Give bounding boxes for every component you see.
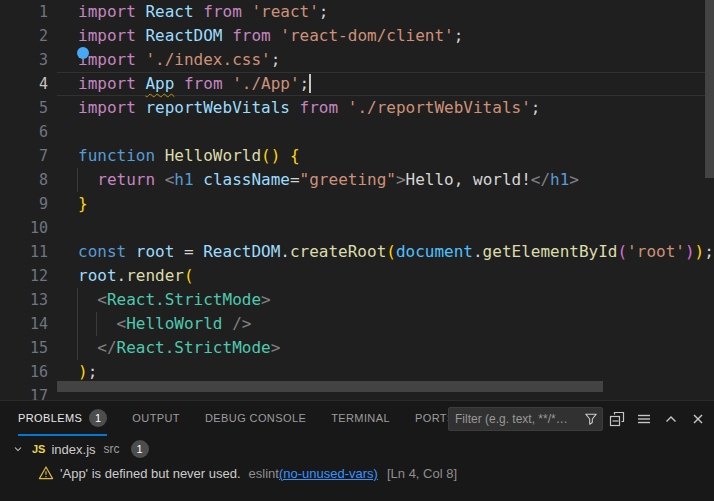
code-line[interactable]: import './index.css';	[78, 48, 714, 72]
touch-cursor-dot	[77, 47, 89, 59]
problems-file-row[interactable]: JS index.js src 1	[0, 437, 714, 461]
line-number: 9	[0, 192, 48, 216]
tab-problems-label: PROBLEMS	[18, 412, 82, 424]
text-cursor	[309, 74, 311, 93]
tab-output-label: OUTPUT	[132, 412, 180, 424]
tab-output[interactable]: OUTPUT	[132, 401, 180, 436]
line-number: 10	[0, 216, 48, 240]
line-number: 17	[0, 384, 48, 400]
line-number: 12	[0, 264, 48, 288]
file-problems-count-badge: 1	[131, 440, 149, 458]
line-number: 16	[0, 360, 48, 384]
vertical-scrollbar[interactable]	[705, 0, 714, 178]
line-number: 13	[0, 288, 48, 312]
code-line[interactable]: function HelloWorld() {	[78, 144, 714, 168]
problems-filter-input[interactable]	[449, 412, 582, 426]
line-number: 15	[0, 336, 48, 360]
line-number: 6	[0, 120, 48, 144]
code-line[interactable]: return <h1 className="greeting">Hello, w…	[78, 168, 714, 192]
code-line[interactable]: root.render(	[78, 264, 714, 288]
line-number: 7	[0, 144, 48, 168]
tab-problems[interactable]: PROBLEMS 1	[18, 401, 107, 436]
tab-debug-console-label: DEBUG CONSOLE	[205, 412, 306, 424]
problems-count-badge: 1	[89, 409, 107, 427]
chevron-down-icon[interactable]	[12, 443, 24, 455]
code-line[interactable]	[78, 120, 714, 144]
panel-tab-bar: PROBLEMS 1 OUTPUT DEBUG CONSOLE TERMINAL…	[18, 401, 455, 436]
tab-terminal-label: TERMINAL	[331, 412, 390, 424]
indent-guide	[77, 312, 78, 336]
code-line[interactable]: <React.StrictMode>	[78, 288, 714, 312]
line-number: 4	[0, 72, 48, 96]
code-line[interactable]: import reportWebVitals from './reportWeb…	[78, 96, 714, 120]
problems-list: JS index.js src 1 'App' is defined but n…	[0, 437, 714, 485]
code-line[interactable]	[78, 216, 714, 240]
problems-file-name: index.js	[51, 442, 95, 457]
line-number: 8	[0, 168, 48, 192]
panel-toolbar	[609, 401, 706, 436]
close-icon[interactable]	[690, 411, 706, 427]
list-icon[interactable]	[636, 411, 652, 427]
line-number: 3	[0, 48, 48, 72]
code-line[interactable]: </React.StrictMode>	[78, 336, 714, 360]
problem-location: [Ln 4, Col 8]	[387, 466, 457, 481]
problems-file-path: src	[104, 442, 120, 456]
problem-message: 'App' is defined but never used.	[60, 466, 241, 481]
line-number: 1	[0, 0, 48, 24]
bottom-panel: PROBLEMS 1 OUTPUT DEBUG CONSOLE TERMINAL…	[0, 400, 714, 501]
code-editor[interactable]: 1234567891011121314151617 import React f…	[0, 0, 714, 400]
js-file-icon: JS	[32, 443, 45, 455]
vscode-window: 1234567891011121314151617 import React f…	[0, 0, 714, 501]
chevron-up-icon[interactable]	[663, 411, 679, 427]
problem-rule-link[interactable]: (no-unused-vars)	[279, 466, 378, 481]
indent-guide	[77, 336, 78, 360]
indent-guide	[96, 312, 97, 336]
problems-filter-box	[448, 407, 603, 431]
code-line[interactable]: <HelloWorld />	[78, 312, 714, 336]
code-line[interactable]: import App from './App';	[78, 72, 714, 96]
line-number: 2	[0, 24, 48, 48]
horizontal-scrollbar[interactable]	[57, 381, 603, 392]
code-line[interactable]: import ReactDOM from 'react-dom/client';	[78, 24, 714, 48]
problem-source: eslint	[249, 466, 279, 481]
warning-icon	[38, 465, 54, 481]
tab-debug-console[interactable]: DEBUG CONSOLE	[205, 401, 306, 436]
code-line[interactable]: const root = ReactDOM.createRoot(documen…	[78, 240, 714, 264]
indent-guide	[77, 288, 78, 312]
indent-guide	[77, 168, 78, 192]
code-line[interactable]: }	[78, 192, 714, 216]
code-line[interactable]: import React from 'react';	[78, 0, 714, 24]
editor-gutter: 1234567891011121314151617	[0, 0, 48, 400]
tab-terminal[interactable]: TERMINAL	[331, 401, 390, 436]
line-number: 11	[0, 240, 48, 264]
filter-funnel-icon[interactable]	[584, 412, 598, 426]
code-lines[interactable]: import React from 'react';import ReactDO…	[78, 0, 714, 400]
line-number: 14	[0, 312, 48, 336]
problem-item-row[interactable]: 'App' is defined but never used. eslint …	[0, 461, 714, 485]
line-number: 5	[0, 96, 48, 120]
collapse-all-icon[interactable]	[609, 411, 625, 427]
